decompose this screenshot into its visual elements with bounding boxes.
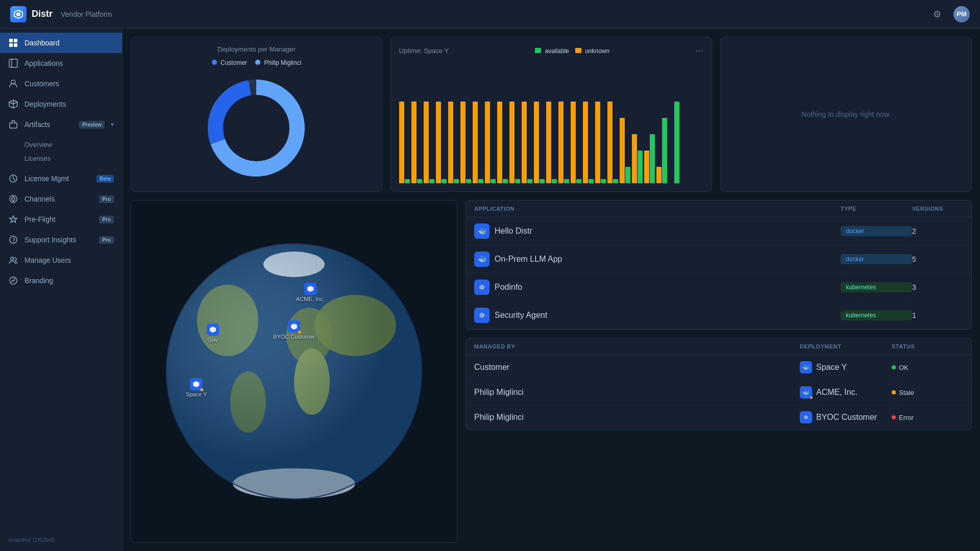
svg-rect-3	[14, 39, 17, 42]
deploy-cell-0: 🐳 Space Y	[800, 361, 892, 373]
bar-available	[466, 179, 471, 183]
bar-available	[601, 179, 606, 183]
main-content: Deployments per Manager Customer Philip …	[122, 29, 980, 551]
sidebar-label-support-insights: Support Insights	[24, 236, 93, 244]
bar-group	[620, 118, 630, 183]
sidebar-item-preflight[interactable]: Pre-Flight Pro	[0, 209, 122, 230]
bar-unknown	[399, 102, 404, 183]
bar-unknown	[595, 102, 600, 183]
col-type: TYPE	[841, 206, 912, 212]
bar-group	[448, 102, 459, 183]
globe-pin-spacey: Space Y	[186, 378, 207, 397]
bar-group	[644, 134, 655, 183]
applications-table: APPLICATION TYPE VERSIONS 🐳 Hello Distr …	[465, 200, 972, 330]
bar-unknown	[558, 102, 564, 183]
svg-rect-9	[10, 123, 17, 128]
bar-group	[473, 102, 483, 183]
bar-available	[564, 179, 569, 183]
sidebar-item-customers[interactable]: Customers	[0, 73, 122, 94]
uptime-chart-card: Uptime: Space Y available unknown ···	[390, 37, 712, 192]
sidebar-item-channels[interactable]: Channels Pro	[0, 189, 122, 209]
bar-group	[595, 102, 606, 183]
status-badge-1: Stale	[892, 389, 963, 396]
bar-group	[460, 102, 471, 183]
bar-available	[454, 179, 459, 183]
acme-pin-label: ACME, Inc.	[296, 296, 325, 302]
sidebar-item-support-insights[interactable]: Support Insights Pro	[0, 230, 122, 250]
sidebar-item-artifacts[interactable]: Artifacts Preview ▾	[0, 114, 122, 135]
bar-unknown	[632, 134, 637, 183]
topnav: Distr Vendor Platform ⚙ PM	[0, 0, 980, 29]
donut-chart	[205, 77, 307, 179]
more-menu-icon[interactable]: ···	[696, 45, 703, 56]
app-title: Distr	[32, 9, 53, 19]
applications-icon	[8, 58, 18, 68]
sidebar-subitem-licenses[interactable]: Licenses	[24, 152, 122, 165]
artifacts-preview-badge: Preview	[79, 121, 105, 129]
bar-group	[485, 102, 496, 183]
app-name-cell: 🐳 On-Prem LLM App	[474, 252, 841, 267]
bar-group	[534, 102, 545, 183]
table-row: Philip Miglinci ☸ BYOC Customer Error	[466, 405, 971, 430]
byoc-pin-icon	[288, 320, 300, 333]
app-name-cell: ☸ Podinfo	[474, 280, 841, 295]
dashboard-icon	[8, 38, 18, 48]
bar-available	[478, 179, 483, 183]
bar-unknown	[509, 102, 514, 183]
svg-marker-34	[193, 381, 200, 387]
customers-icon	[8, 79, 18, 89]
col-deployment: DEPLOYMENT	[800, 343, 892, 349]
bar-unknown	[436, 102, 441, 183]
channels-pro-badge: Pro	[99, 195, 114, 203]
app-icon-security-agent: ☸	[474, 308, 489, 323]
settings-icon[interactable]: ⚙	[929, 6, 945, 22]
app-icon-onprem: 🐳	[474, 252, 489, 267]
sidebar-item-dashboard[interactable]: Dashboard	[0, 33, 122, 53]
sidebar-subitem-overview[interactable]: Overview	[24, 138, 122, 152]
sidebar-item-branding[interactable]: Branding	[0, 270, 122, 291]
bar-group	[607, 102, 618, 183]
bar-group	[558, 102, 569, 183]
bar-available	[503, 179, 508, 183]
artifacts-icon	[8, 119, 18, 130]
sidebar-item-manage-users[interactable]: Manage Users	[0, 250, 122, 270]
svg-marker-1	[16, 12, 20, 16]
donut-chart-wrap	[205, 72, 307, 183]
sidebar-label-manage-users: Manage Users	[24, 256, 114, 264]
bar-unknown	[485, 102, 490, 183]
sidebar: Dashboard Applications Customers Deploym…	[0, 29, 122, 551]
svg-point-16	[13, 242, 14, 242]
bar-available	[552, 179, 557, 183]
deployments-table: MANAGED BY DEPLOYMENT STATUS Customer 🐳 …	[465, 338, 972, 430]
bar-unknown	[656, 167, 662, 183]
app-name-podinfo: Podinfo	[495, 283, 522, 292]
sidebar-item-license-mgmt[interactable]: License Mgmt Beta	[0, 168, 122, 189]
tables-panel: APPLICATION TYPE VERSIONS 🐳 Hello Distr …	[465, 200, 972, 543]
svg-marker-33	[210, 327, 216, 333]
gov-pin-label: Gov	[207, 337, 217, 343]
bar-group	[399, 102, 410, 183]
bar-group	[497, 102, 508, 183]
bar-available	[491, 179, 496, 183]
bar-unknown	[473, 102, 478, 183]
bar-unknown	[607, 102, 612, 183]
bar-available	[417, 179, 422, 183]
table-row: 🐳 Hello Distr docker 2	[466, 217, 971, 245]
app-name-onprem: On-Prem LLM App	[495, 255, 562, 264]
legend-available: available	[535, 47, 569, 55]
managed-by-2: Philip Miglinci	[474, 413, 800, 422]
uptime-header: Uptime: Space Y available unknown ···	[399, 45, 703, 56]
sidebar-item-deployments[interactable]: Deployments	[0, 94, 122, 114]
empty-card-message: Nothing to display right now.	[801, 110, 891, 118]
byoc-pin-label: BYOC Customer	[273, 334, 315, 340]
bar-available	[540, 179, 545, 183]
bar-group	[669, 102, 679, 183]
sidebar-label-deployments: Deployments	[24, 100, 114, 108]
globe-container: Gov Space Y ACME, Inc.	[131, 201, 457, 542]
sidebar-item-applications[interactable]: Applications	[0, 53, 122, 73]
version-0: 2	[912, 227, 963, 235]
avatar[interactable]: PM	[953, 6, 970, 22]
legend-unknown: unknown	[575, 47, 609, 55]
bar-available	[662, 118, 667, 183]
byoc-pin-dot	[298, 331, 301, 334]
